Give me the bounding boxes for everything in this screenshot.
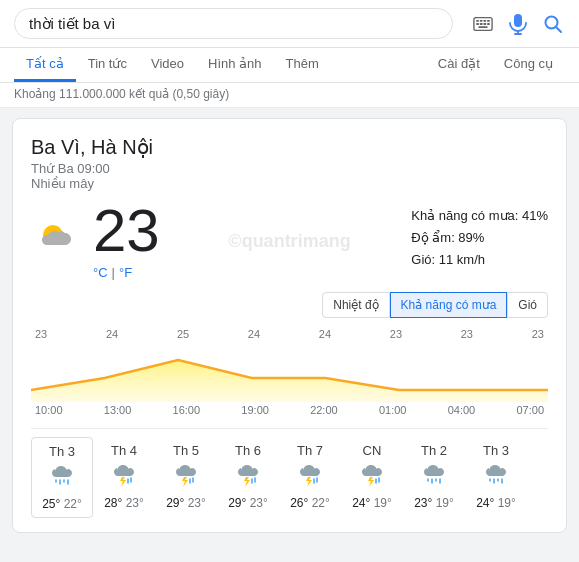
location-name: Ba Vì, Hà Nội	[31, 135, 548, 159]
day-thu4[interactable]: Th 4 28° 23°	[93, 437, 155, 518]
hourly-chart: 23 24 25 24 24 23 23 23	[31, 328, 548, 416]
svg-rect-3	[483, 19, 486, 21]
svg-marker-29	[306, 477, 312, 487]
tab-images[interactable]: Hình ảnh	[196, 48, 274, 82]
weather-icon	[31, 211, 83, 271]
search-input[interactable]	[29, 15, 438, 32]
nav-right: Cài đặt Công cụ	[426, 48, 565, 82]
humidity: Độ ẩm: 89%	[411, 227, 548, 249]
svg-marker-26	[244, 477, 250, 487]
datetime: Thứ Ba 09:00	[31, 161, 548, 176]
chart-svg	[31, 342, 548, 402]
temperature-display: 23 °C | °F	[93, 201, 160, 280]
temp-labels: 23 24 25 24 24 23 23 23	[31, 328, 548, 340]
search-bar	[0, 0, 579, 48]
day-thu3-today[interactable]: Th 3 25° 22°	[31, 437, 93, 518]
tab-video[interactable]: Video	[139, 48, 196, 82]
svg-marker-20	[120, 477, 126, 487]
keyboard-icon[interactable]	[471, 14, 495, 34]
day-thu2[interactable]: Th 2 23° 19°	[403, 437, 465, 518]
search-icons	[463, 11, 565, 37]
search-submit-icon[interactable]	[541, 12, 565, 36]
nav-tabs: Tất cả Tin tức Video Hình ảnh Thêm Cài đ…	[0, 48, 579, 83]
tab-more[interactable]: Thêm	[274, 48, 331, 82]
unit-celsius[interactable]: °C	[93, 265, 108, 280]
svg-rect-7	[483, 23, 486, 25]
svg-rect-10	[514, 14, 522, 27]
svg-rect-8	[487, 23, 490, 25]
weather-left: 23 °C | °F	[31, 201, 160, 280]
svg-rect-6	[480, 23, 483, 25]
day-thu3-next[interactable]: Th 3 24° 19°	[465, 437, 527, 518]
daily-forecast: Th 3 25° 22° Th 4	[31, 428, 548, 518]
voice-search-icon[interactable]	[507, 11, 529, 37]
svg-rect-4	[487, 19, 490, 21]
toggle-buttons: Nhiệt độ Khả năng có mưa Gió	[31, 292, 548, 318]
day-cn[interactable]: CN 24° 19°	[341, 437, 403, 518]
toggle-temperature[interactable]: Nhiệt độ	[322, 292, 389, 318]
day-thu7[interactable]: Th 7 26° 22°	[279, 437, 341, 518]
day-thu5[interactable]: Th 5 29° 23°	[155, 437, 217, 518]
toggle-rain[interactable]: Khả năng có mưa	[390, 292, 508, 318]
weather-main: 23 °C | °F ©quantrimang Khả năng có mưa:…	[31, 201, 548, 280]
weather-card: Ba Vì, Hà Nội Thứ Ba 09:00 Nhiều mây 23 …	[12, 118, 567, 533]
toggle-wind[interactable]: Gió	[507, 292, 548, 318]
svg-rect-9	[478, 26, 487, 28]
time-labels: 10:00 13:00 16:00 19:00 22:00 01:00 04:0…	[31, 402, 548, 416]
unit-fahrenheit[interactable]: °F	[119, 265, 132, 280]
svg-rect-1	[476, 19, 479, 21]
day-thu6[interactable]: Th 6 29° 23°	[217, 437, 279, 518]
tab-news[interactable]: Tin tức	[76, 48, 139, 82]
svg-marker-32	[368, 477, 374, 487]
unit-separator: |	[112, 265, 115, 280]
svg-rect-2	[480, 19, 483, 21]
svg-rect-5	[476, 23, 479, 25]
svg-line-14	[556, 27, 561, 32]
rain-chance: Khả năng có mưa: 41%	[411, 205, 548, 227]
search-input-wrap	[14, 8, 453, 39]
tab-settings[interactable]: Cài đặt	[426, 48, 492, 82]
weather-status: Nhiều mây	[31, 176, 548, 191]
watermark: ©quantrimang	[228, 230, 350, 251]
svg-marker-23	[182, 477, 188, 487]
wind: Gió: 11 km/h	[411, 249, 548, 271]
result-count: Khoảng 111.000.000 kết quả (0,50 giây)	[0, 83, 579, 108]
weather-stats: Khả năng có mưa: 41% Độ ẩm: 89% Gió: 11 …	[411, 201, 548, 271]
tab-all[interactable]: Tất cả	[14, 48, 76, 82]
tab-tools[interactable]: Công cụ	[492, 48, 565, 82]
